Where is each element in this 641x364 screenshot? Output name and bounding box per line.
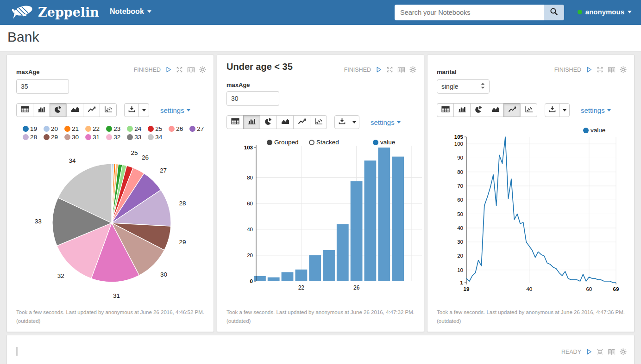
bar-21[interactable]: [282, 272, 294, 281]
zeppelin-logo-icon: [12, 4, 34, 20]
bar-27[interactable]: [364, 160, 377, 281]
y-tick-label: 105: [454, 134, 464, 140]
bar-22[interactable]: [295, 270, 308, 281]
footer-text: Took a few seconds. Last updated by anon…: [226, 308, 415, 317]
pie-slice-label: 27: [160, 167, 167, 174]
pie-chart: 25262728293031323334: [7, 55, 214, 333]
pie-slice-label: 25: [131, 149, 138, 156]
y-tick-label: 0: [250, 278, 253, 284]
top-navbar: Zeppelin Notebook anonymous: [0, 0, 641, 25]
y-tick-label: 40: [457, 225, 463, 231]
y-tick-label: 20: [247, 253, 253, 258]
pie-slice-label: 32: [57, 272, 64, 279]
bar-24[interactable]: [323, 250, 335, 281]
bar-chart: 0204060801032226: [217, 55, 425, 333]
editor-cursor: [16, 347, 18, 356]
connection-status-dot: [578, 10, 582, 14]
bar-23[interactable]: [309, 255, 321, 281]
y-tick-label: 40: [247, 227, 253, 232]
search-icon: [550, 7, 558, 18]
y-tick-label: 50: [457, 211, 463, 217]
bar-26[interactable]: [351, 181, 363, 281]
user-menu[interactable]: anonymous: [578, 8, 632, 16]
status-label: READY: [561, 349, 581, 355]
search-input[interactable]: [395, 5, 544, 20]
bar-20[interactable]: [268, 278, 280, 281]
notebook-search: [395, 5, 564, 20]
y-tick-label: 80: [457, 169, 463, 175]
bar-25[interactable]: [337, 224, 349, 282]
pie-slice-label: 29: [179, 239, 186, 246]
line-series-value[interactable]: [466, 137, 616, 283]
paragraph-underage-bar: FINISHED Under age < 35 maxAge: [217, 55, 424, 332]
x-tick-label: 22: [298, 284, 305, 291]
pie-slice-label: 26: [142, 154, 149, 161]
y-tick-label: 103: [244, 145, 253, 150]
y-tick-label: 70: [457, 183, 463, 189]
footer-outdated: (outdated): [16, 317, 205, 326]
notebook-menu-label: Notebook: [110, 7, 144, 16]
caret-down-icon: [628, 11, 632, 13]
x-tick-label: 69: [613, 286, 619, 292]
collapse-icon[interactable]: [597, 348, 603, 355]
gear-icon[interactable]: [620, 348, 627, 355]
zeppelin-brand[interactable]: Zeppelin: [12, 4, 99, 20]
pie-slice-label: 31: [113, 292, 120, 299]
user-name: anonymous: [585, 8, 624, 16]
pie-slice-label: 34: [69, 157, 76, 164]
y-tick-label: 10: [457, 267, 463, 273]
search-button[interactable]: [544, 5, 564, 20]
y-tick-label: 100: [454, 141, 463, 147]
paragraph-marital-line: FINISHED marital single: [427, 55, 635, 332]
empty-paragraph[interactable]: READY: [6, 335, 635, 364]
bar-29[interactable]: [392, 157, 404, 281]
paragraph-footer: Took a few seconds. Last updated by anon…: [226, 308, 415, 326]
y-tick-label: 60: [457, 197, 463, 203]
footer-text: Took a few seconds. Last updated by anon…: [437, 308, 626, 317]
note-titlebar: Bank default: [0, 25, 641, 52]
footer-outdated: (outdated): [437, 317, 626, 326]
y-tick-label: 1: [460, 280, 464, 285]
footer-text: Took a few seconds. Last updated by anon…: [16, 308, 205, 317]
y-tick-label: 60: [247, 201, 253, 206]
pie-slice-label: 33: [35, 218, 42, 225]
brand-title: Zeppelin: [38, 5, 99, 19]
note-title[interactable]: Bank: [7, 29, 39, 45]
x-tick-label: 40: [526, 286, 532, 292]
bar-28[interactable]: [378, 148, 390, 281]
caret-down-icon: [147, 10, 151, 13]
pie-slice-label: 28: [179, 200, 186, 207]
paragraph-footer: Took a few seconds. Last updated by anon…: [437, 308, 626, 326]
paragraph-status: READY: [561, 348, 627, 355]
bar-19[interactable]: [254, 276, 266, 281]
footer-outdated: (outdated): [226, 317, 415, 326]
x-tick-label: 19: [464, 286, 470, 292]
y-tick-label: 30: [457, 239, 463, 245]
paragraph-maxage-pie: FINISHED maxAge: [6, 55, 214, 332]
paragraph-footer: Took a few seconds. Last updated by anon…: [16, 308, 205, 326]
line-chart: 110203040506070809010010519406069: [427, 55, 635, 333]
x-tick-label: 26: [353, 284, 360, 291]
notebook-menu[interactable]: Notebook: [110, 7, 151, 16]
y-tick-label: 20: [457, 253, 463, 259]
y-tick-label: 80: [247, 175, 253, 180]
note-area: FINISHED maxAge: [0, 52, 641, 364]
y-tick-label: 90: [457, 155, 463, 160]
book-icon[interactable]: [608, 349, 616, 355]
pie-slice-label: 30: [160, 271, 167, 278]
run-paragraph-button[interactable]: [585, 348, 592, 355]
x-tick-label: 60: [586, 286, 592, 292]
